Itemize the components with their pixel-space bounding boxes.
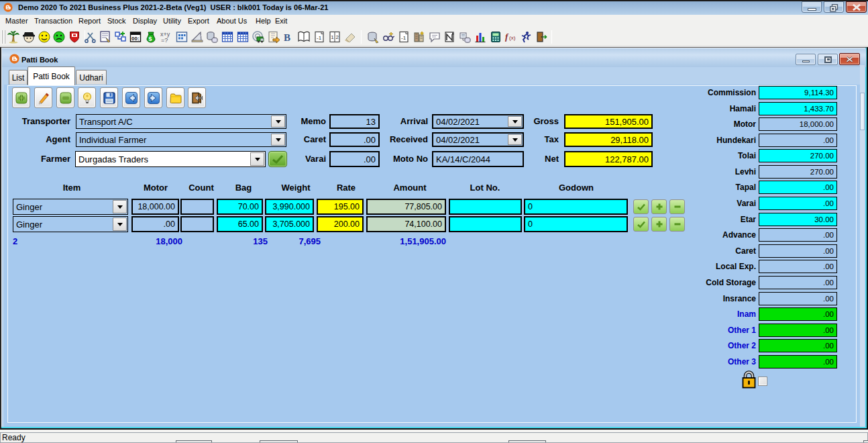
svg-text:-1: -1 xyxy=(317,35,322,41)
svg-text:=?: =? xyxy=(161,37,168,44)
svg-text:1: 1 xyxy=(331,34,334,40)
svg-text:(x): (x) xyxy=(509,35,516,41)
svg-text:00:: 00: xyxy=(131,36,140,42)
svg-text:-1: -1 xyxy=(401,35,406,41)
svg-text:2: 2 xyxy=(336,34,339,40)
svg-text:B: B xyxy=(284,32,290,43)
svg-text:$: $ xyxy=(149,36,152,42)
